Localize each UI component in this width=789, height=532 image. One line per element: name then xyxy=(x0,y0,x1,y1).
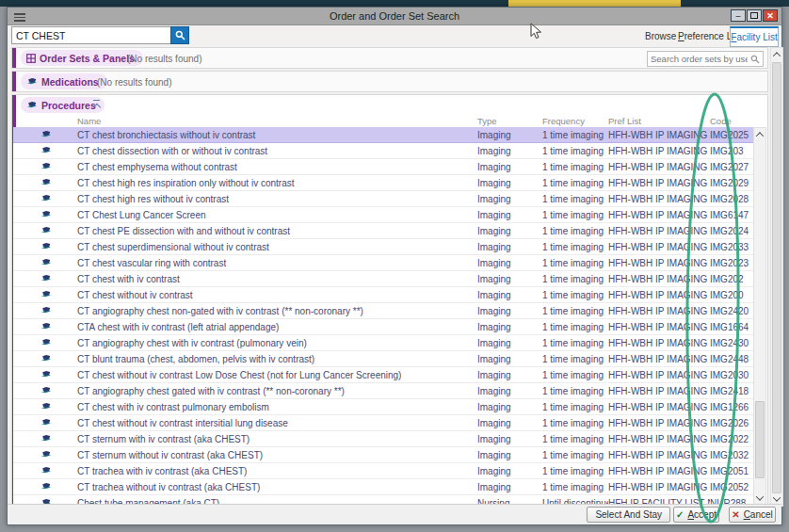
table-row[interactable]: CT chest high res inspiration only witho… xyxy=(13,175,753,191)
collapse-icon xyxy=(93,100,100,101)
procedure-frequency: 1 time imaging xyxy=(542,386,608,396)
minimize-button[interactable]: – xyxy=(731,9,746,22)
table-row[interactable]: CT chest without iv contrast intersitial… xyxy=(13,415,753,431)
procedure-frequency: 1 time imaging xyxy=(542,274,608,284)
procedure-row-icon xyxy=(36,162,77,171)
procedure-frequency: 1 time imaging xyxy=(542,450,608,460)
procedure-name: CT Chest Lung Cancer Screen xyxy=(77,210,477,220)
procedure-row-icon xyxy=(36,386,77,395)
procedure-row-icon xyxy=(36,354,77,363)
procedure-name: CT chest without iv contrast xyxy=(77,290,477,300)
table-row[interactable]: CT chest vascular ring with contrast Ima… xyxy=(13,255,753,271)
table-row[interactable]: CT chest high res without iv contrast Im… xyxy=(13,191,753,207)
procedure-type: Imaging xyxy=(477,386,542,396)
table-row[interactable]: CT chest with iv contrast Imaging 1 time… xyxy=(13,271,753,287)
dialog-titlebar[interactable]: Order and Order Set Search – ✕ xyxy=(8,8,781,25)
column-header-type[interactable]: Type xyxy=(477,116,542,126)
procedure-row-icon xyxy=(36,482,77,492)
medications-panel[interactable]: Medications (No results found) xyxy=(11,71,768,92)
table-row[interactable]: CT angiography chest with iv contrast (p… xyxy=(13,335,753,351)
procedure-rows: CT chest bronchiectasis without iv contr… xyxy=(13,127,753,506)
column-header-frequency[interactable]: Frequency xyxy=(542,116,608,126)
procedure-code: IMG1664 xyxy=(710,322,755,332)
medications-header[interactable]: Medications xyxy=(21,73,107,89)
scroll-up-icon[interactable] xyxy=(754,128,765,141)
table-row[interactable]: CT chest bronchiectasis without iv contr… xyxy=(13,127,753,143)
select-and-stay-button[interactable]: Select And Stay xyxy=(587,507,670,523)
procedure-pref-list: HFH-WBH IP IMAGING FACIL… xyxy=(608,242,710,252)
procedure-code: IMG2025 xyxy=(710,130,755,140)
procedure-frequency: 1 time imaging xyxy=(542,402,608,412)
procedure-row-icon xyxy=(36,466,77,476)
table-row[interactable]: CT chest emphysema without contrast Imag… xyxy=(13,159,753,175)
procedure-type: Imaging xyxy=(477,338,542,348)
procedure-frequency: 1 time imaging xyxy=(542,290,608,300)
user-search-magnifier-icon[interactable] xyxy=(750,55,760,64)
dialog-footer: Select And Stay ✓Accept ✕Cancel xyxy=(8,504,781,524)
scrollbar-thumb[interactable] xyxy=(772,62,781,493)
procedure-code: IMG2033 xyxy=(710,242,755,252)
procedure-name: CT chest emphysema without contrast xyxy=(77,162,477,172)
tab-facility-list[interactable]: Facility List xyxy=(730,26,779,47)
table-row[interactable]: CT Chest Lung Cancer Screen Imaging 1 ti… xyxy=(13,207,753,223)
table-row[interactable]: CT chest with iv contrast pulmonary embo… xyxy=(13,399,753,415)
table-row[interactable]: CTA chest with iv contrast (left atrial … xyxy=(13,319,753,335)
procedure-name: CT trachea with iv contrast (aka CHEST) xyxy=(77,466,477,476)
results-scrollbar[interactable] xyxy=(770,47,783,507)
procedure-frequency: 1 time imaging xyxy=(542,322,608,332)
table-row[interactable]: CT chest without iv contrast Low Dose Ch… xyxy=(13,367,753,383)
order-sets-panel[interactable]: Order Sets & Panels (No results found) xyxy=(11,47,768,69)
table-row[interactable]: CT angiography chest gated with iv contr… xyxy=(13,383,753,399)
procedure-code: IMG1266 xyxy=(710,402,755,412)
tab-browse[interactable]: Browse xyxy=(645,31,676,41)
column-header-pref-list[interactable]: Pref List xyxy=(608,116,710,126)
procedure-pref-list: HFH-WBH IP IMAGING FACIL… xyxy=(608,482,710,492)
user-search-input[interactable] xyxy=(648,54,750,64)
collapse-section-button[interactable] xyxy=(91,99,103,110)
procedure-pref-list: HFH-WBH IP IMAGING FACIL… xyxy=(608,258,710,268)
procedures-label: Procedures xyxy=(41,100,96,111)
close-button[interactable]: ✕ xyxy=(763,9,778,22)
table-row[interactable]: CT blunt trauma (chest, abdomen, pelvis … xyxy=(13,351,753,367)
window-controls: – ✕ xyxy=(731,9,778,22)
magnifier-icon xyxy=(175,30,185,40)
table-row[interactable]: CT angiography chest non-gated with iv c… xyxy=(13,303,753,319)
procedure-code: IMG2026 xyxy=(710,418,755,428)
procedure-code: IMG2051 xyxy=(710,466,755,476)
table-row[interactable]: CT chest without iv contrast Imaging 1 t… xyxy=(13,287,753,303)
order-search-input[interactable] xyxy=(11,26,173,44)
procedure-code: IMG2420 xyxy=(710,306,755,316)
section-accent-bar xyxy=(12,48,16,68)
table-row[interactable]: CT trachea with iv contrast (aka CHEST) … xyxy=(13,463,753,479)
procedure-row-icon xyxy=(36,338,77,347)
procedure-name: CT chest without iv contrast intersitial… xyxy=(77,418,477,428)
procedures-scrollbar[interactable] xyxy=(753,127,766,506)
table-column-headers: Name Type Frequency Pref List Code xyxy=(13,114,753,127)
table-row[interactable]: CT chest dissection with or without iv c… xyxy=(13,143,753,159)
table-row[interactable]: CT trachea without iv contrast (aka CHES… xyxy=(13,479,753,495)
procedure-frequency: 1 time imaging xyxy=(542,226,608,236)
procedure-frequency: 1 time imaging xyxy=(542,338,608,348)
scroll-down-icon[interactable] xyxy=(754,492,765,505)
table-row[interactable]: CT chest PE dissection with and without … xyxy=(13,223,753,239)
cancel-button[interactable]: ✕Cancel xyxy=(729,507,776,523)
scroll-up-icon[interactable] xyxy=(771,48,782,61)
procedure-type: Imaging xyxy=(477,130,542,140)
column-header-name[interactable]: Name xyxy=(77,116,477,126)
maximize-button[interactable] xyxy=(747,9,762,22)
procedure-name: CT angiography chest non-gated with iv c… xyxy=(77,306,477,316)
procedure-code: IMG200 xyxy=(710,290,755,300)
table-row[interactable]: CT sternum with iv contrast (aka CHEST) … xyxy=(13,431,753,447)
order-sets-header[interactable]: Order Sets & Panels xyxy=(21,50,143,66)
procedure-type: Imaging xyxy=(477,274,542,284)
search-button[interactable] xyxy=(170,26,189,44)
procedure-type: Imaging xyxy=(477,370,542,380)
accept-button[interactable]: ✓Accept xyxy=(673,507,719,523)
table-row[interactable]: CT chest superdimensional without iv con… xyxy=(13,239,753,255)
procedure-row-icon xyxy=(36,306,77,315)
table-row[interactable]: CT sternum without iv contrast (aka CHES… xyxy=(13,447,753,463)
procedure-pref-list: HFH-WBH IP IMAGING FACIL… xyxy=(608,274,710,284)
column-header-code[interactable]: Code xyxy=(710,116,755,126)
scrollbar-thumb[interactable] xyxy=(755,401,765,478)
procedure-name: CT chest superdimensional without iv con… xyxy=(77,242,477,252)
